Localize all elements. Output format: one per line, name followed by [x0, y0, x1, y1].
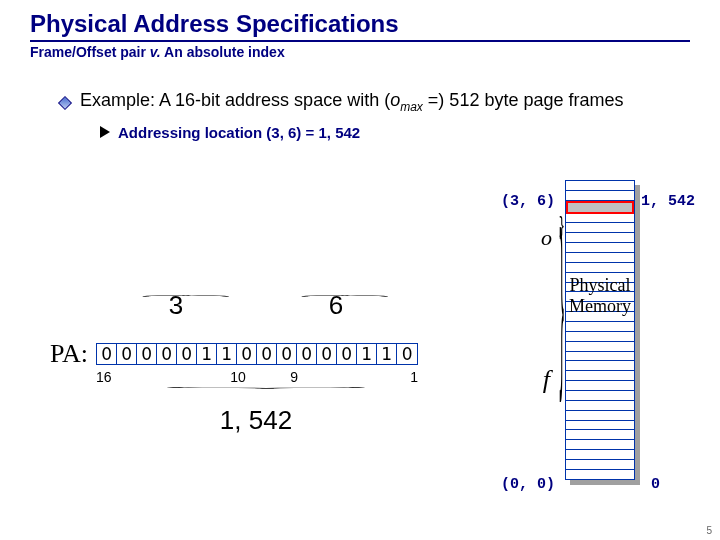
mem-bot-coord: (0, 0): [501, 476, 555, 493]
pa-prefix: PA:: [50, 339, 88, 369]
arrow-bullet-icon: [100, 126, 110, 138]
sub-bullet: Addressing location (3, 6) = 1, 542: [100, 124, 690, 141]
memory-row: [566, 214, 634, 224]
physical-memory-label: Physical Memory: [568, 275, 632, 317]
subtitle-ital: v.: [150, 44, 161, 60]
bit-row: 0000011000000110: [96, 343, 418, 365]
brace-f-icon: }: [559, 193, 563, 414]
o-label: o: [541, 225, 552, 251]
bit-cell: 1: [197, 344, 217, 364]
brace-top-left-icon: ⏟: [143, 295, 229, 305]
f-label: f: [543, 365, 550, 395]
slide-number: 5: [706, 525, 712, 536]
memory-row: [566, 253, 634, 263]
subtitle-post: An absolute index: [161, 44, 285, 60]
memory-row: [566, 440, 634, 450]
memory-row: [566, 332, 634, 342]
bit-cell: 0: [177, 344, 197, 364]
sub-bullet-text: Addressing location (3, 6) = 1, 542: [118, 124, 360, 141]
bit-cell: 0: [337, 344, 357, 364]
memory-row: [566, 322, 634, 332]
bit-cell: 0: [237, 344, 257, 364]
brace-top-right-icon: ⏟: [302, 295, 388, 305]
bit-cell: 1: [377, 344, 397, 364]
bit-cell: 0: [317, 344, 337, 364]
memory-row: [566, 371, 634, 381]
mem-bot-value: 0: [651, 476, 660, 493]
slide-title: Physical Address Specifications: [30, 10, 690, 38]
mem-top-coord: (3, 6): [501, 193, 555, 210]
bullet-main: Example: A 16-bit address space with (om…: [60, 90, 690, 114]
bit-cell: 0: [297, 344, 317, 364]
memory-row: [566, 450, 634, 460]
bit-cell: 0: [257, 344, 277, 364]
memory-row: [566, 421, 634, 431]
memory-row: [566, 460, 634, 470]
bullet-text: Example: A 16-bit address space with (om…: [80, 90, 623, 114]
bit-cell: 0: [157, 344, 177, 364]
bit-cell: 0: [117, 344, 137, 364]
memory-row: [566, 411, 634, 421]
bit-cell: 0: [97, 344, 117, 364]
slide-subtitle: Frame/Offset pair v. An absolute index: [30, 44, 690, 60]
memory-row: [566, 361, 634, 371]
bit-cell: 0: [397, 344, 417, 364]
memory-row: [566, 470, 634, 479]
bit-cell: 0: [277, 344, 297, 364]
memory-diagram: [565, 180, 635, 480]
bit-cell: 1: [217, 344, 237, 364]
memory-row: [566, 233, 634, 243]
memory-row: [566, 223, 634, 233]
memory-row: [566, 401, 634, 411]
memory-row: [566, 342, 634, 352]
bit-idx-16: 16: [96, 369, 116, 385]
memory-row: [566, 243, 634, 253]
title-divider: [30, 40, 690, 42]
bit-cell: 1: [357, 344, 377, 364]
memory-target-row: [566, 201, 634, 214]
memory-row: [566, 381, 634, 391]
brace-bottom-icon: ⏟: [167, 379, 365, 389]
bit-cell: 0: [137, 344, 157, 364]
pa-diagram: 3 6 ⏟ ⏟ PA: 0000011000000110 16 10 9 1 ⏟…: [50, 290, 418, 436]
diamond-bullet-icon: [58, 96, 72, 110]
memory-row: [566, 191, 634, 201]
absolute-index-label: 1, 542: [96, 405, 416, 436]
memory-row: [566, 181, 634, 191]
mem-top-value: 1, 542: [641, 193, 695, 210]
memory-row: [566, 263, 634, 273]
subtitle-pre: Frame/Offset pair: [30, 44, 150, 60]
memory-row: [566, 391, 634, 401]
memory-row: [566, 352, 634, 362]
memory-row: [566, 430, 634, 440]
memory-block: [565, 180, 635, 480]
